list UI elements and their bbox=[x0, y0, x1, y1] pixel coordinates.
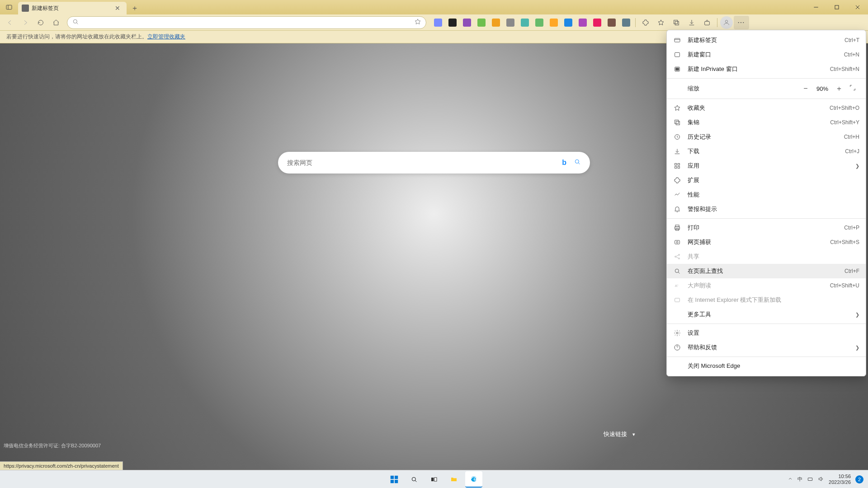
extension-icon[interactable] bbox=[519, 16, 531, 29]
menu-separator bbox=[667, 99, 866, 99]
print-icon bbox=[673, 224, 681, 231]
maximize-button[interactable] bbox=[826, 0, 847, 14]
tab-close-button[interactable]: ✕ bbox=[112, 4, 123, 13]
extension-icon[interactable] bbox=[446, 16, 459, 29]
svg-rect-24 bbox=[675, 120, 679, 124]
zoom-out-button[interactable]: − bbox=[799, 84, 812, 93]
web-search-input[interactable] bbox=[287, 159, 562, 166]
network-icon[interactable] bbox=[807, 476, 813, 483]
extensions-menu-button[interactable] bbox=[638, 16, 653, 29]
extension-icon[interactable] bbox=[620, 16, 632, 29]
menu-separator bbox=[667, 218, 866, 219]
profile-button[interactable] bbox=[720, 16, 733, 29]
svg-rect-34 bbox=[675, 225, 679, 227]
back-button[interactable] bbox=[3, 16, 17, 29]
menu-performance[interactable]: 性能 bbox=[667, 188, 866, 202]
new-tab-button[interactable]: ＋ bbox=[128, 2, 141, 14]
minimize-button[interactable] bbox=[806, 0, 826, 14]
menu-favorites[interactable]: 收藏夹 Ctrl+Shift+O bbox=[667, 101, 866, 115]
window-icon bbox=[673, 51, 681, 58]
menu-more-tools[interactable]: 更多工具 ❯ bbox=[667, 307, 866, 322]
menu-settings[interactable]: 设置 bbox=[667, 326, 866, 340]
date: 2022/3/26 bbox=[829, 479, 851, 485]
svg-text:A⁾: A⁾ bbox=[675, 284, 678, 288]
menu-print[interactable]: 打印 Ctrl+P bbox=[667, 221, 866, 235]
menu-extensions[interactable]: 扩展 bbox=[667, 173, 866, 188]
extension-icon[interactable] bbox=[475, 16, 488, 29]
svg-marker-61 bbox=[819, 477, 821, 480]
app-menu-button[interactable]: ⋯ bbox=[734, 16, 749, 29]
collections-icon bbox=[673, 119, 681, 126]
collections-button[interactable] bbox=[669, 16, 684, 29]
edge-taskbar-button[interactable] bbox=[465, 471, 482, 488]
home-button[interactable] bbox=[49, 16, 63, 29]
svg-point-16 bbox=[575, 160, 579, 163]
extension-icon[interactable] bbox=[547, 16, 560, 29]
svg-rect-22 bbox=[676, 68, 679, 70]
manage-favorites-link[interactable]: 立即管理收藏夹 bbox=[147, 33, 185, 41]
svg-rect-31 bbox=[675, 166, 677, 168]
web-search-box[interactable]: b bbox=[278, 152, 590, 174]
refresh-button[interactable] bbox=[33, 16, 48, 29]
tab-actions-button[interactable] bbox=[0, 0, 18, 14]
file-explorer-button[interactable] bbox=[445, 471, 462, 488]
extension-icon[interactable] bbox=[504, 16, 517, 29]
menu-new-inprivate[interactable]: 新建 InPrivate 窗口 Ctrl+Shift+N bbox=[667, 62, 866, 76]
tab-icon bbox=[673, 37, 681, 44]
forward-button[interactable] bbox=[18, 16, 33, 29]
favorites-button[interactable] bbox=[654, 16, 668, 29]
notification-badge[interactable]: 2 bbox=[855, 475, 863, 483]
menu-read-aloud: A⁾ 大声朗读 Ctrl+Shift+U bbox=[667, 278, 866, 293]
search-submit-button[interactable] bbox=[574, 158, 581, 168]
address-bar[interactable] bbox=[67, 16, 426, 29]
extension-icon[interactable] bbox=[562, 16, 575, 29]
extension-icon[interactable] bbox=[490, 16, 502, 29]
extension-icon[interactable] bbox=[576, 16, 589, 29]
menu-apps[interactable]: 应用 ❯ bbox=[667, 159, 866, 173]
zoom-in-button[interactable]: ＋ bbox=[832, 84, 846, 94]
menu-find-on-page[interactable]: 在页面上查找 Ctrl+F bbox=[667, 264, 866, 278]
tray-expand-button[interactable] bbox=[788, 476, 793, 483]
clock[interactable]: 10:56 2022/3/26 bbox=[829, 474, 851, 484]
extension-icon[interactable] bbox=[591, 16, 604, 29]
bell-icon bbox=[673, 206, 681, 213]
svg-rect-14 bbox=[705, 21, 710, 25]
task-view-button[interactable] bbox=[425, 471, 443, 488]
menu-web-capture[interactable]: 网页捕获 Ctrl+Shift+S bbox=[667, 235, 866, 249]
capture-icon bbox=[673, 239, 681, 246]
url-input[interactable] bbox=[82, 19, 414, 26]
fullscreen-button[interactable] bbox=[846, 84, 859, 93]
menu-history[interactable]: 历史记录 Ctrl+H bbox=[667, 130, 866, 144]
extension-icon[interactable] bbox=[533, 16, 546, 29]
svg-rect-60 bbox=[808, 478, 812, 480]
browser-tab[interactable]: 新建标签页 ✕ bbox=[18, 2, 127, 14]
svg-point-40 bbox=[679, 254, 680, 256]
quick-links-toggle[interactable]: 快速链接 ▾ bbox=[604, 430, 635, 438]
menu-close-edge[interactable]: 关闭 Microsoft Edge bbox=[667, 359, 866, 373]
menu-help[interactable]: 帮助和反馈 ❯ bbox=[667, 340, 866, 355]
menu-downloads[interactable]: 下载 Ctrl+J bbox=[667, 144, 866, 159]
extension-icon[interactable] bbox=[605, 16, 618, 29]
menu-collections[interactable]: 集锦 Ctrl+Shift+Y bbox=[667, 115, 866, 130]
menu-new-window[interactable]: 新建窗口 Ctrl+N bbox=[667, 47, 866, 62]
taskbar-search[interactable] bbox=[406, 471, 423, 488]
svg-marker-23 bbox=[675, 105, 680, 110]
start-button[interactable] bbox=[386, 471, 403, 488]
extension-icon[interactable] bbox=[461, 16, 473, 29]
extension-icon[interactable] bbox=[432, 16, 444, 29]
add-favorite-button[interactable] bbox=[414, 18, 421, 27]
svg-point-44 bbox=[675, 269, 679, 272]
ime-indicator[interactable]: 中 bbox=[797, 476, 802, 483]
download-icon bbox=[673, 148, 681, 155]
downloads-button[interactable] bbox=[684, 16, 699, 29]
menu-alerts[interactable]: 警报和提示 bbox=[667, 202, 866, 216]
star-icon bbox=[673, 104, 681, 112]
volume-icon[interactable] bbox=[818, 476, 824, 483]
svg-rect-58 bbox=[434, 478, 437, 481]
menu-share: 共享 bbox=[667, 249, 866, 264]
info-text: 若要进行快速访问，请将你的网址收藏放在此收藏夹栏上。 bbox=[6, 33, 147, 41]
share-button[interactable] bbox=[700, 16, 714, 29]
search-icon bbox=[72, 18, 79, 27]
menu-new-tab[interactable]: 新建标签页 Ctrl+T bbox=[667, 33, 866, 47]
close-window-button[interactable] bbox=[847, 0, 868, 14]
